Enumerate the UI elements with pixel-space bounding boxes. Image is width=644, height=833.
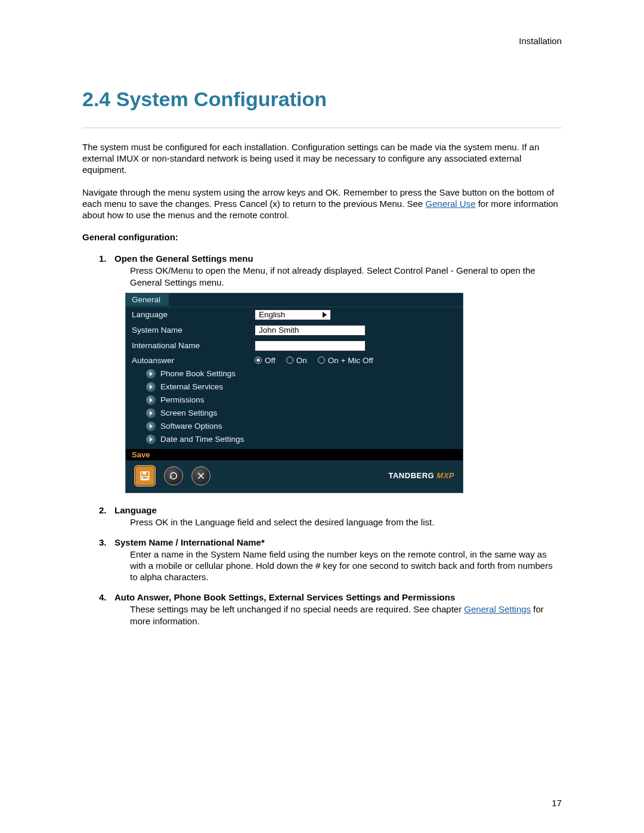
row-language: Language English <box>126 307 463 323</box>
svg-rect-1 <box>143 472 146 475</box>
radio-icon <box>286 357 293 364</box>
language-label: Language <box>132 310 255 319</box>
autoanswer-on-mic-off[interactable]: On + Mic Off <box>318 356 373 365</box>
general-settings-link[interactable]: General Settings <box>464 604 531 614</box>
autoanswer-off-label: Off <box>265 356 275 365</box>
international-name-field[interactable] <box>255 340 366 351</box>
page-number: 17 <box>552 798 562 808</box>
subitem-date-time-settings[interactable]: Date and Time Settings <box>126 433 463 449</box>
autoanswer-radio-group: Off On On + Mic Off <box>255 356 373 365</box>
refresh-button[interactable] <box>164 466 183 485</box>
step-4: 4. Auto Answer, Phone Book Settings, Ext… <box>82 592 562 626</box>
refresh-icon <box>169 471 178 481</box>
step-1-title: Open the General Settings menu <box>114 253 253 264</box>
intro-paragraph-1: The system must be configured for each i… <box>82 141 562 176</box>
disk-icon <box>140 470 150 481</box>
page-header-section: Installation <box>82 36 562 46</box>
system-name-value: John Smith <box>259 325 299 336</box>
general-use-link[interactable]: General Use <box>425 199 475 209</box>
subitem-phone-book-settings[interactable]: Phone Book Settings <box>126 367 463 380</box>
step-2: 2. Language Press OK in the Language fie… <box>82 505 562 528</box>
save-button[interactable] <box>134 465 156 487</box>
language-value: English <box>259 309 285 320</box>
play-circle-icon <box>146 369 156 379</box>
subitem-label: Screen Settings <box>160 408 217 417</box>
intro-paragraph-2: Navigate through the menu system using t… <box>82 187 562 221</box>
international-name-label: International Name <box>132 341 255 350</box>
svg-rect-2 <box>143 476 148 479</box>
system-name-label: System Name <box>132 326 255 335</box>
step-4-body: These settings may be left unchanged if … <box>82 603 562 626</box>
subitem-label: Phone Book Settings <box>160 369 236 378</box>
step-2-body: Press OK in the Language field and selec… <box>82 516 562 528</box>
step-4-title: Auto Answer, Phone Book Settings, Extern… <box>114 592 455 602</box>
step-1-number: 1. <box>99 253 114 264</box>
panel-footer: TANDBERG MXP <box>126 460 463 493</box>
close-icon <box>196 471 206 481</box>
system-name-field[interactable]: John Smith <box>255 325 366 336</box>
play-circle-icon <box>146 435 156 444</box>
tab-general[interactable]: General <box>126 293 169 306</box>
step-3: 3. System Name / International Name* Ent… <box>82 537 562 583</box>
play-circle-icon <box>146 382 156 392</box>
subitem-permissions[interactable]: Permissions <box>126 394 463 407</box>
subitem-software-options[interactable]: Software Options <box>126 420 463 433</box>
page-title: 2.4 System Configuration <box>82 88 562 111</box>
step-1-body: Press OK/Menu to open the Menu, if not a… <box>82 265 562 287</box>
tab-row: General <box>126 293 463 307</box>
step-3-number: 3. <box>99 537 114 547</box>
row-international-name: International Name <box>126 338 463 354</box>
chevron-right-icon <box>323 312 327 318</box>
step-2-title: Language <box>114 505 157 515</box>
autoanswer-off[interactable]: Off <box>255 356 275 365</box>
radio-icon <box>318 357 325 364</box>
brand-suffix: MXP <box>436 471 454 480</box>
subitem-label: Permissions <box>160 395 205 404</box>
step-4-body-pre: These settings may be left unchanged if … <box>130 604 464 614</box>
play-circle-icon <box>146 408 156 418</box>
step-1: 1. Open the General Settings menu Press … <box>82 253 562 287</box>
brand-label: TANDBERG MXP <box>389 471 455 480</box>
autoanswer-on[interactable]: On <box>286 356 307 365</box>
brand-text: TANDBERG <box>389 471 435 480</box>
title-divider <box>82 128 562 128</box>
row-autoanswer: Autoanswer Off On On + Mic Off <box>126 354 463 367</box>
autoanswer-onmic-label: On + Mic Off <box>328 356 373 365</box>
subitem-screen-settings[interactable]: Screen Settings <box>126 407 463 420</box>
step-3-title: System Name / International Name* <box>114 537 265 547</box>
subitem-label: Date and Time Settings <box>160 435 244 444</box>
subitem-label: External Services <box>160 382 223 391</box>
general-configuration-heading: General configuration: <box>82 231 562 243</box>
step-3-body: Enter a name in the System Name field us… <box>82 549 562 583</box>
general-settings-panel: General Language English System Name Joh… <box>125 293 463 493</box>
step-4-number: 4. <box>99 592 114 602</box>
autoanswer-on-label: On <box>296 356 307 365</box>
cancel-button[interactable] <box>191 466 210 485</box>
language-dropdown[interactable]: English <box>255 309 331 320</box>
save-tooltip-bar: Save <box>126 449 463 460</box>
autoanswer-label: Autoanswer <box>132 356 255 365</box>
step-2-number: 2. <box>99 505 114 515</box>
subitem-label: Software Options <box>160 422 222 431</box>
subitem-external-services[interactable]: External Services <box>126 380 463 394</box>
footer-icon-row <box>134 465 210 487</box>
play-circle-icon <box>146 395 156 405</box>
radio-icon <box>255 357 262 364</box>
row-system-name: System Name John Smith <box>126 323 463 338</box>
play-circle-icon <box>146 422 156 431</box>
